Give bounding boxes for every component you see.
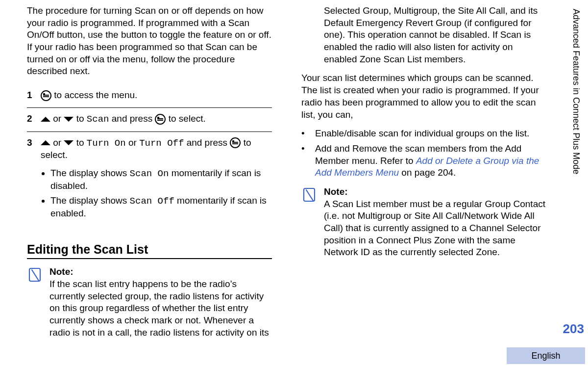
edit-options-list: • Enable/disable scan for individual gro…	[301, 128, 546, 179]
step-number: 1	[27, 89, 41, 102]
nav-down-icon	[64, 140, 74, 145]
step-number: 3	[27, 137, 41, 223]
note-scan-list-member: Note: A Scan List member must be a regul…	[301, 186, 546, 259]
page-number: 203	[563, 321, 584, 337]
chapter-side-tab: Advanced Features in Connect Plus Mode	[571, 9, 581, 174]
step-3-results: The display shows Scan On momentarily if…	[41, 167, 272, 220]
result-scan-on: The display shows Scan On momentarily if…	[50, 167, 272, 192]
step-2: 2 or to Scan and press to select.	[27, 108, 272, 132]
step-1: 1 to access the menu.	[27, 84, 272, 108]
scan-list-purpose: Your scan list determines which groups c…	[301, 72, 546, 121]
step-1-text: to access the menu.	[51, 90, 137, 100]
note-icon	[301, 186, 324, 259]
nav-up-icon	[41, 140, 50, 145]
note-title: Note:	[324, 186, 348, 197]
note-title: Note:	[49, 266, 74, 277]
section-heading: Editing the Scan List	[27, 241, 272, 260]
edit-option-enable-disable: • Enable/disable scan for individual gro…	[301, 128, 546, 140]
edit-option-add-remove: • Add and Remove the scan members from t…	[301, 143, 546, 179]
step-3: 3 or to Turn On or Turn Off and press to…	[27, 132, 272, 229]
menu-item-turn-off: Turn Off	[139, 138, 184, 149]
page-columns: The procedure for turning Scan on or off…	[27, 5, 546, 343]
nav-down-icon	[64, 117, 74, 122]
step-number: 2	[27, 113, 41, 126]
nav-up-icon	[41, 117, 50, 122]
menu-item-turn-on: Turn On	[87, 138, 126, 149]
menu-button-icon	[230, 137, 241, 148]
menu-button-icon	[41, 90, 51, 101]
note-body: A Scan List member must be a regular Gro…	[324, 199, 545, 258]
menu-button-icon	[155, 114, 166, 125]
result-scan-off: The display shows Scan Off momentarily i…	[50, 195, 272, 219]
menu-item-scan: Scan	[87, 114, 109, 125]
intro-paragraph: The procedure for turning Scan on or off…	[27, 5, 272, 78]
language-indicator: English	[507, 347, 585, 364]
